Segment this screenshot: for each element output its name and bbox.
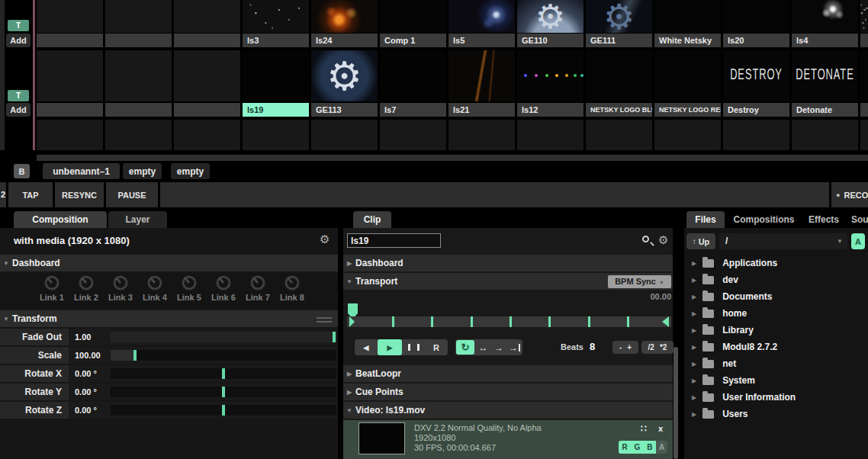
expand-triangle-icon[interactable]: ▶ [692, 310, 696, 317]
resync-button[interactable]: RESYNC [55, 182, 104, 207]
clip-name-input[interactable] [347, 233, 441, 248]
clip-thumbnail[interactable] [380, 0, 446, 33]
clip-label[interactable]: NETSKY LOGO RED [654, 103, 721, 117]
composition-gear-icon[interactable]: ⚙ [320, 233, 330, 246]
clip-label[interactable]: ls12 [517, 103, 583, 117]
clip-thumbnail[interactable] [654, 50, 721, 101]
clip-cell-empty[interactable] [174, 0, 240, 33]
clip-label[interactable]: Destroy [723, 103, 789, 117]
clip-gear-icon[interactable]: ⚙ [658, 233, 668, 247]
loop-end-icon[interactable] [662, 316, 669, 327]
tap-button[interactable]: TAP [8, 182, 53, 207]
bounce-mode-button[interactable]: ↔ [475, 339, 491, 355]
expand-triangle-icon[interactable]: ▶ [692, 394, 696, 401]
clip-label[interactable]: ls24 [311, 34, 378, 47]
clip-cell-empty[interactable] [380, 120, 446, 150]
beats-half-double-group[interactable]: /2*2 [641, 341, 674, 354]
expand-triangle-icon[interactable]: ▶ [692, 294, 696, 300]
clip-cell-empty[interactable] [517, 120, 583, 150]
expand-triangle-icon[interactable]: ▶ [692, 377, 696, 384]
folder-row[interactable]: ▶net [684, 355, 868, 372]
path-dropdown[interactable]: / ▼ [719, 233, 847, 249]
clip-label[interactable]: ls20 [723, 34, 789, 47]
clip-cell-empty[interactable] [311, 120, 378, 150]
random-button[interactable]: R [425, 339, 448, 355]
clip-cell-empty[interactable] [448, 120, 515, 150]
folder-row[interactable]: ▶home [684, 305, 868, 322]
clip-label[interactable]: GE110 [517, 34, 583, 47]
clip-thumbnail[interactable] [243, 50, 309, 101]
param-value[interactable]: 0.00 ° [75, 384, 110, 400]
clip-cell-empty[interactable] [174, 120, 240, 150]
folder-row[interactable]: ▶dev [684, 271, 868, 288]
clip-thumbnail[interactable]: DETONATE [792, 50, 858, 101]
clip-label-partial[interactable] [860, 34, 868, 47]
clip-thumbnail[interactable] [448, 50, 515, 101]
clip-thumbnail[interactable]: ⚙ [586, 0, 652, 33]
rotate-y-slider[interactable] [111, 387, 336, 397]
clip-label[interactable]: Comp 1 [380, 34, 446, 47]
clip-thumbnail[interactable] [586, 50, 652, 101]
remove-file-button[interactable]: x [658, 424, 663, 433]
pause-clip-button[interactable] [402, 339, 425, 355]
deck-tab[interactable]: empty [123, 163, 162, 179]
clip-thumbnail[interactable] [243, 0, 309, 33]
clip-cell-empty[interactable] [586, 120, 652, 150]
play-once-button[interactable]: → [491, 339, 506, 355]
tab-compositions[interactable]: Compositions [727, 211, 801, 228]
clip-thumbnail[interactable] [380, 50, 446, 101]
loop-mode-button[interactable]: ↻ [456, 340, 474, 355]
folder-row[interactable]: ▶Users [684, 406, 868, 422]
link-knob[interactable] [215, 274, 232, 294]
folder-row[interactable]: ▶System [684, 372, 868, 389]
clip-thumbnail[interactable] [860, 50, 868, 101]
dashboard-section-header[interactable]: ▼Dashboard [0, 255, 338, 271]
link-knob[interactable] [146, 274, 163, 294]
half-button[interactable]: /2 [648, 343, 654, 351]
clip-label[interactable]: White Netsky [654, 34, 721, 47]
clip-thumbnail[interactable] [311, 0, 378, 33]
blue-channel-button[interactable]: B [647, 443, 652, 451]
slider-handle[interactable] [222, 387, 225, 397]
clip-label[interactable]: GE111 [586, 34, 652, 47]
timeline-track[interactable] [347, 316, 671, 327]
expand-triangle-icon[interactable]: ▶ [692, 361, 696, 368]
link-knob[interactable] [43, 274, 60, 294]
slider-handle[interactable] [133, 350, 137, 361]
rotate-x-slider[interactable] [111, 368, 336, 379]
video-file-row[interactable]: DXV 2.2 Normal Quality, No Alpha 1920x10… [343, 420, 673, 459]
clip-label[interactable]: ls21 [448, 103, 515, 117]
clip-cell-empty[interactable] [105, 50, 172, 101]
clip-label-empty[interactable] [174, 103, 240, 117]
slider-handle[interactable] [222, 405, 225, 416]
expand-triangle-icon[interactable]: ▶ [692, 277, 696, 284]
clip-label-empty[interactable] [37, 103, 103, 117]
rotate-z-slider[interactable] [111, 405, 336, 416]
play-forwards-button[interactable]: ▶ [378, 339, 402, 355]
clip-label[interactable]: GE113 [311, 103, 378, 117]
double-button[interactable]: *2 [660, 343, 667, 351]
bpm-sync-dropdown[interactable]: BPM Sync▼ [608, 275, 671, 288]
clip-thumbnail[interactable]: DESTROY [723, 50, 789, 101]
clip-label[interactable]: Detonate [792, 103, 858, 117]
param-value[interactable]: 0.00 ° [75, 402, 110, 419]
clip-timeline[interactable] [343, 302, 673, 332]
deck-b-button[interactable]: B [14, 164, 30, 178]
cue-points-header[interactable]: ▶Cue Points [343, 384, 673, 400]
link-knob[interactable] [181, 274, 198, 294]
expand-triangle-icon[interactable]: ▶ [692, 411, 696, 418]
a-filter-button[interactable]: A [851, 233, 865, 249]
link-knob[interactable] [112, 274, 129, 294]
folder-row[interactable]: ▶Modul8 2.7.2 [684, 339, 868, 355]
link-knob[interactable] [284, 274, 301, 294]
scale-slider[interactable] [111, 350, 336, 361]
deck-tab[interactable]: empty [171, 163, 210, 179]
rgb-channel-toggle[interactable]: R G B [619, 441, 656, 454]
transform-section-header[interactable]: ▼Transform [0, 310, 338, 327]
clip-cell-empty[interactable] [723, 120, 789, 150]
layer2-add-button[interactable]: Add [6, 103, 31, 117]
search-icon[interactable] [642, 236, 649, 242]
play-hold-button[interactable]: → [506, 339, 522, 355]
up-directory-button[interactable]: ↑Up [686, 233, 715, 249]
clip-label-empty[interactable] [174, 34, 240, 47]
